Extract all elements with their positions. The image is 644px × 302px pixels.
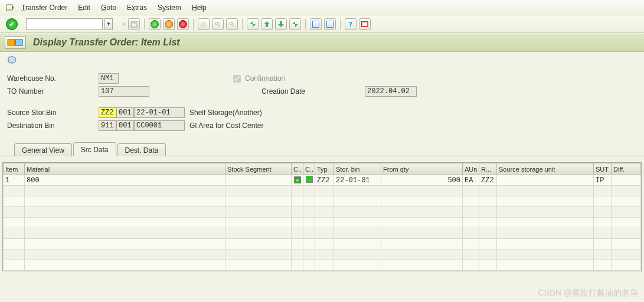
cell-material: 800 [25, 175, 225, 186]
col-stock-segment[interactable]: Stock Segment [225, 163, 292, 175]
col-from-qty[interactable]: From qty [381, 163, 463, 175]
col-aun[interactable]: AUn [463, 163, 479, 175]
menubar: Transfer Order Edit Goto Extras System H… [0, 0, 644, 15]
col-sut[interactable]: SUT [594, 163, 612, 175]
cell-aun: EA [463, 175, 479, 186]
table-row-empty [4, 260, 641, 271]
next-page-button[interactable] [275, 18, 287, 30]
app-menu-icon[interactable] [5, 2, 15, 13]
shortcut-button[interactable] [324, 18, 336, 30]
creation-date-field: 2022.04.02 [365, 86, 417, 97]
cell-from-qty: 500 [381, 175, 463, 186]
find-next-button[interactable]: 🔍︎ [226, 18, 238, 30]
col-diff[interactable]: Diff. [612, 163, 641, 175]
prev-page-button[interactable] [261, 18, 273, 30]
cell-source-su [497, 175, 594, 186]
cell-diff [612, 175, 641, 186]
table-row-empty [4, 196, 641, 207]
source-bin-field: 22-01-01 [134, 107, 185, 118]
save-button[interactable] [128, 18, 140, 30]
dest-storage-type-field: 911 [99, 120, 116, 131]
layout-button[interactable] [359, 18, 371, 30]
menu-transfer-order[interactable]: Transfer Order [21, 4, 67, 12]
warehouse-label: Warehouse No. [7, 74, 99, 83]
dest-bin-field: CC0001 [134, 120, 185, 131]
find-button[interactable]: 🔍︎ [212, 18, 224, 30]
tabstrip: General View Src Data Dest. Data [0, 142, 644, 156]
col-material[interactable]: Material [25, 163, 225, 175]
standard-toolbar: ✓ ▼ « ⎙ 🔍︎ 🔍︎ ? [0, 15, 644, 33]
svg-rect-4 [362, 22, 367, 26]
back-button[interactable] [149, 18, 161, 30]
page-title: Display Transfer Order: Item List [33, 37, 180, 48]
cell-r: ZZ2 [479, 175, 497, 186]
menu-edit[interactable]: Edit [78, 4, 90, 12]
table-row-empty [4, 186, 641, 196]
tab-src-data[interactable]: Src Data [73, 142, 116, 156]
col-r[interactable]: R... [479, 163, 497, 175]
menu-help[interactable]: Help [192, 4, 207, 12]
cell-item: 1 [4, 175, 25, 186]
cell-stock-segment [225, 175, 292, 186]
cancel-button[interactable] [177, 18, 189, 30]
svg-rect-6 [15, 40, 22, 45]
to-number-label: TO Number [7, 87, 99, 96]
cell-c1: = [292, 175, 303, 186]
dest-bin-label: Destination Bin [7, 122, 99, 130]
to-number-field: 107 [99, 86, 149, 97]
command-dropdown[interactable]: ▼ [104, 18, 113, 30]
confirmation-checkbox [233, 75, 241, 83]
source-desc: Shelf Storage(Another) [189, 109, 262, 117]
col-typ[interactable]: Typ [315, 163, 334, 175]
tab-general-view[interactable]: General View [14, 143, 72, 156]
exit-button[interactable] [163, 18, 175, 30]
app-toolbar [0, 52, 644, 68]
cell-c2 [303, 175, 315, 186]
first-page-button[interactable] [247, 18, 259, 30]
creation-date-label: Creation Date [261, 87, 365, 96]
header-form: Warehouse No. NM1 Confirmation TO Number… [0, 68, 644, 136]
cell-sut: IP [594, 175, 612, 186]
col-stor-bin[interactable]: Stor. bin [334, 163, 381, 175]
col-item[interactable]: Item [4, 163, 25, 175]
menu-system[interactable]: System [158, 4, 181, 12]
confirmation-label: Confirmation [245, 74, 285, 83]
title-icon[interactable] [5, 36, 26, 49]
title-bar: Display Transfer Order: Item List [0, 33, 644, 52]
table-row-empty [4, 228, 641, 239]
source-section-field: 001 [116, 107, 134, 118]
svg-rect-5 [8, 40, 15, 45]
table-row-empty [4, 239, 641, 250]
table-row-empty [4, 218, 641, 228]
col-c2[interactable]: C.. [303, 163, 315, 175]
item-grid[interactable]: Item Material Stock Segment C.. C.. Typ … [2, 162, 642, 271]
last-page-button[interactable] [289, 18, 301, 30]
dest-desc: GI Area for Cost Center [189, 122, 263, 130]
cell-typ: ZZ2 [315, 175, 334, 186]
source-bin-label: Source Stor.Bin [7, 109, 99, 117]
menu-goto[interactable]: Goto [101, 4, 116, 12]
svg-rect-0 [6, 5, 12, 10]
table-row[interactable]: 1 800 = ZZ2 22-01-01 500 EA ZZ2 IP [4, 175, 641, 186]
help-button[interactable]: ? [345, 18, 357, 30]
table-row-empty [4, 207, 641, 218]
other-data-icon[interactable] [6, 55, 18, 65]
col-c1[interactable]: C.. [292, 163, 303, 175]
dest-section-field: 001 [116, 120, 134, 131]
warehouse-field: NM1 [99, 73, 119, 84]
table-row-empty [4, 250, 641, 260]
enter-button[interactable]: ✓ [6, 18, 18, 30]
menu-extras[interactable]: Extras [127, 4, 147, 12]
history-back-icon: « [122, 21, 126, 27]
svg-rect-2 [132, 21, 136, 24]
command-field[interactable] [26, 18, 103, 30]
status-confirmed-icon: = [294, 176, 301, 183]
status-ok-icon [306, 176, 313, 183]
col-source-su[interactable]: Source storage unit [497, 163, 594, 175]
cell-stor-bin: 22-01-01 [334, 175, 381, 186]
source-storage-type-field: ZZ2 [99, 107, 116, 118]
tab-dest-data[interactable]: Dest. Data [117, 143, 166, 156]
new-session-button[interactable] [310, 18, 322, 30]
tab-content: Item Material Stock Segment C.. C.. Typ … [0, 156, 644, 274]
print-button[interactable]: ⎙ [198, 18, 210, 30]
